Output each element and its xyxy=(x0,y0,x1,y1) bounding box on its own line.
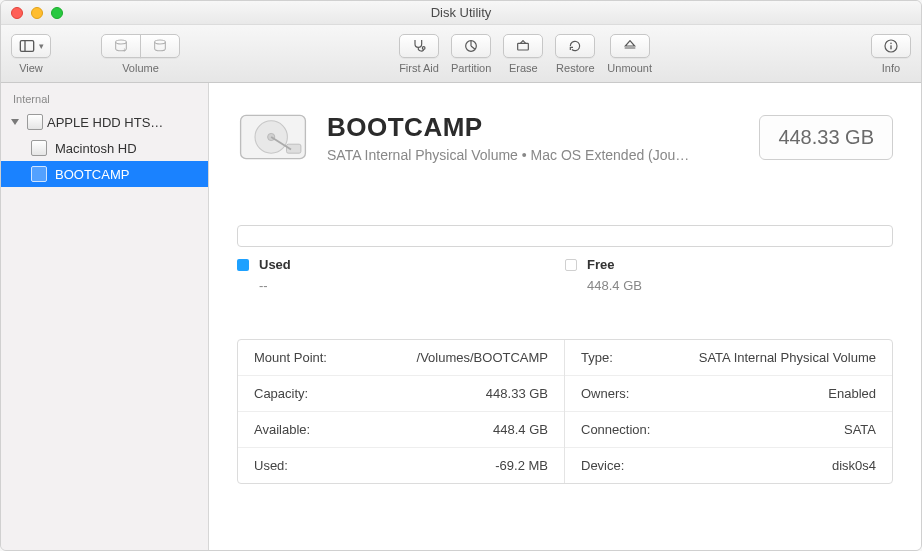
unmount-button[interactable] xyxy=(610,34,650,58)
erase-label: Erase xyxy=(509,62,538,74)
info-row: Mount Point:/Volumes/BOOTCAMP xyxy=(238,340,564,376)
main-panel: BOOTCAMP SATA Internal Physical Volume •… xyxy=(209,83,921,550)
info-key: Capacity: xyxy=(254,386,308,401)
volume-add-icon: + xyxy=(113,38,129,54)
restore-icon xyxy=(567,38,583,54)
zoom-icon[interactable] xyxy=(51,7,63,19)
info-val: /Volumes/BOOTCAMP xyxy=(417,350,548,365)
info-button[interactable] xyxy=(871,34,911,58)
erase-button[interactable] xyxy=(503,34,543,58)
info-row: Used:-69.2 MB xyxy=(238,448,564,483)
sidebar-item-macintosh-hd[interactable]: Macintosh HD xyxy=(1,135,208,161)
svg-point-10 xyxy=(890,42,892,44)
info-key: Used: xyxy=(254,458,288,473)
eject-icon xyxy=(622,38,638,54)
volume-remove-icon: − xyxy=(152,38,168,54)
info-val: SATA Internal Physical Volume xyxy=(699,350,876,365)
svg-point-2 xyxy=(116,40,127,44)
view-group: ▾ View xyxy=(11,34,51,74)
info-label: Info xyxy=(882,62,900,74)
info-row: Device:disk0s4 xyxy=(565,448,892,483)
traffic-lights xyxy=(1,7,63,19)
legend-used-value: -- xyxy=(259,278,291,293)
info-key: Mount Point: xyxy=(254,350,327,365)
legend-free: Free 448.4 GB xyxy=(565,257,893,293)
titlebar: Disk Utility xyxy=(1,1,921,25)
sidebar-section-internal: Internal xyxy=(1,89,208,109)
window-title: Disk Utility xyxy=(1,5,921,20)
free-swatch-icon xyxy=(565,259,577,271)
usage-bar xyxy=(237,225,893,247)
info-row: Type:SATA Internal Physical Volume xyxy=(565,340,892,376)
svg-point-4 xyxy=(155,40,166,44)
svg-point-6 xyxy=(422,46,425,49)
info-key: Device: xyxy=(581,458,624,473)
hard-drive-large-icon xyxy=(237,107,309,167)
info-key: Available: xyxy=(254,422,310,437)
toolbar: ▾ View + − Volume First Aid xyxy=(1,25,921,83)
info-icon xyxy=(883,38,899,54)
info-row: Available:448.4 GB xyxy=(238,412,564,448)
volume-label: Volume xyxy=(122,62,159,74)
sidebar-layout-icon xyxy=(19,38,35,54)
sidebar-item-drive[interactable]: APPLE HDD HTS… xyxy=(1,109,208,135)
legend-used: Used -- xyxy=(237,257,565,293)
volume-size-badge: 448.33 GB xyxy=(759,115,893,160)
window: Disk Utility ▾ View + − Volume xyxy=(0,0,922,551)
stethoscope-icon xyxy=(411,38,427,54)
partition-button[interactable] xyxy=(451,34,491,58)
restore-label: Restore xyxy=(556,62,595,74)
legend-free-value: 448.4 GB xyxy=(587,278,642,293)
info-val: 448.33 GB xyxy=(486,386,548,401)
content: Internal APPLE HDD HTS… Macintosh HD BOO… xyxy=(1,83,921,550)
info-val: 448.4 GB xyxy=(493,422,548,437)
svg-rect-11 xyxy=(890,45,891,49)
info-col-right: Type:SATA Internal Physical Volume Owner… xyxy=(565,340,892,483)
volume-add-button[interactable]: + xyxy=(101,34,141,58)
toolbar-center: First Aid Partition Erase Restore xyxy=(399,34,652,74)
view-label: View xyxy=(19,62,43,74)
info-val: Enabled xyxy=(828,386,876,401)
sidebar-item-label: BOOTCAMP xyxy=(55,167,129,182)
info-group: Info xyxy=(871,34,911,74)
info-val: -69.2 MB xyxy=(495,458,548,473)
info-key: Connection: xyxy=(581,422,650,437)
unmount-label: Unmount xyxy=(607,62,652,74)
svg-rect-0 xyxy=(20,40,33,51)
legend-free-label: Free xyxy=(587,257,642,272)
volume-icon xyxy=(31,140,47,156)
info-row: Capacity:448.33 GB xyxy=(238,376,564,412)
info-key: Type: xyxy=(581,350,613,365)
close-icon[interactable] xyxy=(11,7,23,19)
sidebar-item-bootcamp[interactable]: BOOTCAMP xyxy=(1,161,208,187)
svg-rect-8 xyxy=(518,43,529,50)
info-col-left: Mount Point:/Volumes/BOOTCAMP Capacity:4… xyxy=(238,340,565,483)
sidebar: Internal APPLE HDD HTS… Macintosh HD BOO… xyxy=(1,83,209,550)
usage-legend: Used -- Free 448.4 GB xyxy=(237,257,893,293)
info-key: Owners: xyxy=(581,386,629,401)
pie-icon xyxy=(463,38,479,54)
volume-icon xyxy=(31,166,47,182)
view-button[interactable]: ▾ xyxy=(11,34,51,58)
erase-icon xyxy=(515,38,531,54)
minimize-icon[interactable] xyxy=(31,7,43,19)
disclosure-triangle-icon[interactable] xyxy=(11,119,19,125)
info-row: Connection:SATA xyxy=(565,412,892,448)
volume-remove-button[interactable]: − xyxy=(140,34,180,58)
svg-text:−: − xyxy=(161,46,165,53)
first-aid-button[interactable] xyxy=(399,34,439,58)
volume-subtitle: SATA Internal Physical Volume • Mac OS E… xyxy=(327,147,741,163)
used-swatch-icon xyxy=(237,259,249,271)
sidebar-item-label: APPLE HDD HTS… xyxy=(47,115,163,130)
legend-used-label: Used xyxy=(259,257,291,272)
volume-seg: + − xyxy=(101,34,180,58)
restore-button[interactable] xyxy=(555,34,595,58)
info-table: Mount Point:/Volumes/BOOTCAMP Capacity:4… xyxy=(237,339,893,484)
first-aid-label: First Aid xyxy=(399,62,439,74)
info-row: Owners:Enabled xyxy=(565,376,892,412)
volume-header: BOOTCAMP SATA Internal Physical Volume •… xyxy=(237,107,893,167)
partition-label: Partition xyxy=(451,62,491,74)
hard-drive-icon xyxy=(27,114,43,130)
info-val: disk0s4 xyxy=(832,458,876,473)
svg-text:+: + xyxy=(122,46,126,53)
